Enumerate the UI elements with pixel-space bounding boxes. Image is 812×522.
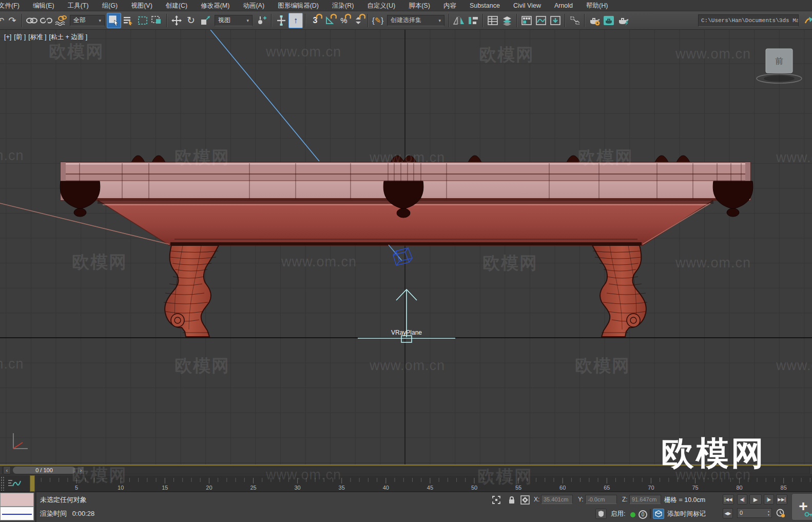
listener-splitter[interactable] bbox=[35, 492, 36, 522]
select-and-place-button[interactable] bbox=[274, 13, 288, 28]
align-button[interactable] bbox=[466, 13, 480, 28]
go-to-start-button[interactable]: |◀◀ bbox=[723, 494, 734, 505]
menu-item[interactable]: 渲染(R) bbox=[325, 0, 360, 11]
scene-explorer-button[interactable] bbox=[486, 13, 500, 28]
layer-explorer-button[interactable] bbox=[500, 13, 514, 28]
menu-item[interactable]: 内容 bbox=[437, 0, 463, 11]
viewport-menu-pov[interactable]: [前 ] bbox=[14, 33, 26, 41]
selection-lock-button[interactable] bbox=[506, 495, 517, 505]
previous-frame-button[interactable]: ◀| bbox=[737, 494, 747, 505]
menu-item[interactable]: Arnold bbox=[548, 0, 579, 11]
timeline-ruler[interactable]: 0510152025303540455055606570758085 bbox=[0, 475, 812, 492]
selection-filter-dropdown[interactable]: 全部 ▾ bbox=[70, 15, 105, 26]
menu-item[interactable]: 创建(C) bbox=[159, 0, 194, 11]
select-and-rotate-button[interactable]: ↻ bbox=[184, 13, 198, 28]
menu-item[interactable]: Civil View bbox=[507, 0, 548, 11]
curve-editor-button[interactable] bbox=[534, 13, 548, 28]
chevron-down-icon: ▾ bbox=[94, 18, 101, 23]
coord-z-field[interactable]: 91.647cm bbox=[629, 495, 661, 504]
undo-button[interactable]: ↶ bbox=[0, 13, 5, 28]
previous-frame-arrow[interactable]: ‹ bbox=[3, 466, 11, 474]
table-leg bbox=[164, 245, 219, 337]
magnet-icon bbox=[331, 13, 337, 20]
set-key-button[interactable]: + bbox=[791, 493, 812, 520]
menu-item[interactable]: 帮助(H) bbox=[579, 0, 614, 11]
keyboard-shortcut-override-button[interactable]: ↑ bbox=[288, 13, 303, 28]
coord-x-field[interactable]: 35.401cm bbox=[541, 495, 573, 504]
select-object-button[interactable] bbox=[107, 13, 121, 28]
chevron-down-icon: ▾ bbox=[242, 18, 249, 23]
snap-toggle-3d-button[interactable]: 3 bbox=[308, 13, 322, 28]
key-mode-toggle[interactable]: ◀▶ bbox=[723, 508, 733, 518]
maxscript-mini-listener-macro[interactable] bbox=[0, 493, 34, 507]
menu-item[interactable]: 视图(V) bbox=[124, 0, 159, 11]
spinner-snap-button[interactable] bbox=[351, 13, 365, 28]
selection-filter-value: 全部 bbox=[73, 16, 86, 25]
redo-button[interactable]: ↷ bbox=[5, 13, 20, 28]
menu-item[interactable]: 自定义(U) bbox=[360, 0, 402, 11]
clock-icon bbox=[776, 509, 785, 518]
edit-named-selection-sets-button[interactable]: {✎} bbox=[371, 13, 385, 28]
dummy-cube[interactable] bbox=[393, 248, 412, 265]
project-path-field[interactable]: C:\Users\Han\Documents\3ds Max 2022 ▾ bbox=[698, 14, 799, 27]
isolate-selection-button[interactable] bbox=[491, 495, 502, 505]
viewport-menu-general[interactable]: [+] bbox=[4, 33, 11, 41]
go-to-end-button[interactable]: ▶▶| bbox=[776, 494, 787, 505]
track-bar[interactable]: 0510152025303540455055606570758085 bbox=[0, 475, 812, 492]
scene-security-button[interactable] bbox=[595, 509, 607, 519]
menu-item[interactable]: 动画(A) bbox=[236, 0, 271, 11]
menu-item[interactable]: 脚本(S) bbox=[402, 0, 437, 11]
time-tag-cube-button[interactable] bbox=[653, 509, 664, 519]
menu-item[interactable]: Substance bbox=[463, 0, 507, 11]
select-and-scale-button[interactable] bbox=[198, 13, 212, 28]
menu-item[interactable]: 工具(T) bbox=[61, 0, 95, 11]
next-frame-arrow[interactable]: › bbox=[77, 466, 85, 474]
select-by-name-button[interactable] bbox=[121, 13, 136, 28]
pool-table-model[interactable] bbox=[0, 156, 753, 337]
coord-y-label: Y: bbox=[578, 496, 584, 503]
reference-coordinate-dropdown[interactable]: 视图 ▾ bbox=[215, 15, 253, 26]
menu-item[interactable]: 编辑(E) bbox=[26, 0, 61, 11]
bind-to-space-warp-button[interactable] bbox=[53, 13, 68, 28]
time-slider-track[interactable] bbox=[2, 467, 810, 474]
menu-bar: 文件(F)编辑(E)工具(T)组(G)视图(V)创建(C)修改器(M)动画(A)… bbox=[0, 0, 812, 11]
mirror-button[interactable] bbox=[452, 13, 466, 28]
play-button[interactable]: ▶ bbox=[749, 494, 762, 505]
absolute-offset-toggle[interactable] bbox=[519, 495, 531, 505]
render-production-button[interactable] bbox=[616, 13, 630, 28]
rotate-icon: ↻ bbox=[187, 15, 195, 25]
select-and-link-button[interactable] bbox=[25, 13, 39, 28]
workspace-button[interactable] bbox=[803, 13, 812, 28]
menu-item[interactable]: 文件(F) bbox=[0, 0, 26, 11]
add-time-tag-text[interactable]: 添加时间标记 bbox=[667, 510, 706, 518]
menu-item[interactable]: 组(G) bbox=[95, 0, 125, 11]
maxscript-mini-listener[interactable] bbox=[0, 507, 34, 520]
rendered-frame-window-button[interactable] bbox=[602, 13, 616, 28]
current-frame-marker[interactable] bbox=[30, 475, 35, 492]
use-pivot-center-button[interactable] bbox=[255, 13, 269, 28]
rectangular-selection-region-button[interactable] bbox=[136, 13, 150, 28]
viewport-menu-standard[interactable]: [标准 ] bbox=[28, 33, 46, 41]
menu-item[interactable]: 修改器(M) bbox=[194, 0, 236, 11]
frame-window-teapot-icon bbox=[603, 15, 614, 26]
ribbon-toggle-button[interactable] bbox=[519, 13, 534, 28]
dope-sheet-button[interactable] bbox=[548, 13, 563, 28]
percent-snap-button[interactable]: % bbox=[337, 13, 351, 28]
render-setup-button[interactable] bbox=[587, 13, 602, 28]
angle-snap-button[interactable] bbox=[322, 13, 337, 28]
viewport[interactable]: VRayPlane 前 [+][前 ][标准 ][粘土 + 边面 ] bbox=[0, 30, 812, 465]
next-frame-button[interactable]: |▶ bbox=[764, 494, 774, 505]
time-slider-handle[interactable]: 0 / 100 bbox=[12, 466, 76, 474]
named-selection-set-dropdown[interactable]: 创建选择集 ▾ bbox=[387, 15, 444, 26]
viewport-menu-shading[interactable]: [粘土 + 边面 ] bbox=[49, 33, 88, 41]
coord-y-field[interactable]: -0.0cm bbox=[585, 495, 617, 504]
unlink-button[interactable] bbox=[39, 13, 53, 28]
schematic-view-button[interactable] bbox=[568, 13, 582, 28]
frame-spinner[interactable]: ▴▾ bbox=[766, 508, 771, 518]
viewcube[interactable]: 前 bbox=[757, 49, 802, 83]
select-and-move-button[interactable] bbox=[169, 13, 184, 28]
magnet-icon bbox=[316, 13, 322, 20]
menu-item[interactable]: 图形编辑器(D) bbox=[271, 0, 325, 11]
window-crossing-button[interactable] bbox=[150, 13, 164, 28]
time-configuration-button[interactable] bbox=[775, 508, 786, 518]
